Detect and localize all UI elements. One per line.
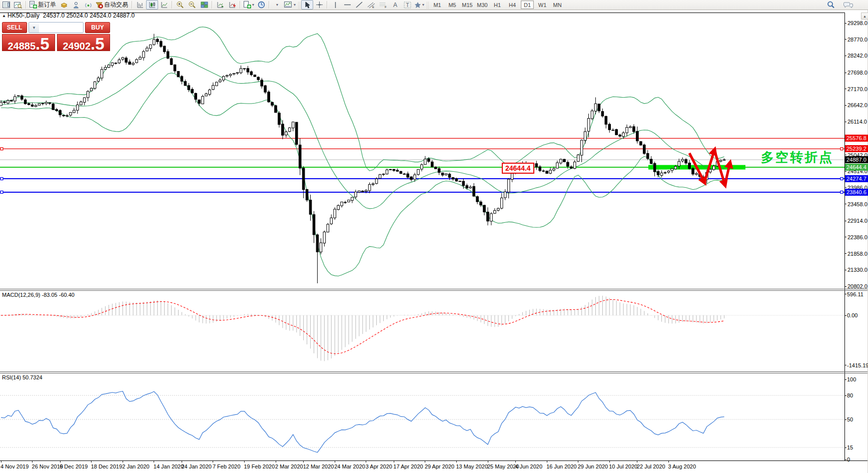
channel-tool[interactable]: E [365,0,377,10]
timeframe-m1[interactable]: M1 [431,1,444,9]
sell-price[interactable]: 24885.5 [2,34,55,51]
auto-trading-button[interactable]: 自动交易 [94,0,130,10]
template-dropdown[interactable]: ▾ [271,0,283,10]
timeframe-bar: M1M5M15M30H1H4D1W1MN [431,1,564,9]
date-label: 24 Mar 2020 [334,463,365,469]
price-tick-label: 27170.0 [847,86,867,92]
price-tick-label: 22914.0 [847,218,867,224]
date-label: 24 Jan 2020 [181,463,212,469]
timeframe-d1[interactable]: D1 [521,1,534,9]
svg-text:T: T [406,3,409,8]
date-label: 25 May 2020 [487,463,519,469]
price-tick-label: 26114.0 [847,119,867,125]
fibonacci-tool[interactable]: F [377,0,389,10]
price-tick-label: 21858.0 [847,251,867,257]
macd-histogram [1,296,724,361]
crosshair-icon[interactable] [313,0,325,10]
date-label: 19 Feb 2020 [244,463,275,469]
timeframe-h1[interactable]: H1 [491,1,504,9]
toolbar-separator [172,1,173,9]
candlestick-chart-icon[interactable] [146,0,158,10]
line-handle[interactable] [1,178,3,180]
search-icon[interactable] [825,0,837,10]
vertical-line-tool[interactable] [329,0,341,10]
date-label: 2 Jan 2020 [122,463,149,469]
timeframe-m5[interactable]: M5 [446,1,459,9]
new-order-button[interactable]: 新订单 [28,0,58,10]
svg-text:A: A [393,2,397,8]
toolbar-separator [269,1,270,9]
price-tick-label: 28770.0 [847,37,867,43]
scroll-up-button[interactable]: ▲ [861,13,868,20]
chat-icon[interactable] [842,0,854,10]
line-chart-icon[interactable] [158,0,170,10]
timeframe-m30[interactable]: M30 [476,1,489,9]
price-flag-25576.8: 25576.8 [845,135,868,142]
toolbar-separator [327,1,328,9]
date-label: 4 Jun 2020 [515,463,542,469]
price-annotation-box[interactable]: 24644.4 [502,163,534,174]
navigator-icon[interactable] [70,0,82,10]
bar-chart-icon[interactable] [134,0,146,10]
date-label: 6 Dec 2019 [60,463,88,469]
timeframe-w1[interactable]: W1 [536,1,549,9]
price-tick-label: 27698.0 [847,70,867,76]
date-label: 16 Jun 2020 [546,463,577,469]
price-flag-24887.0: 24887.0 [845,156,868,163]
volume-decrease-button[interactable]: ▼ [29,23,39,33]
timeframe-m15[interactable]: M15 [461,1,474,9]
line-handle[interactable] [840,178,843,180]
horizontal-line-tool[interactable] [341,0,353,10]
date-label: 14 Jan 2020 [154,463,184,469]
turning-point-note[interactable]: 多空转折点 [761,149,833,166]
buy-price-frac: .5 [91,36,105,52]
market-watch-icon[interactable] [58,0,70,10]
text-label-tool[interactable]: T [401,0,413,10]
rsi-axis-label: 100 [847,376,856,382]
cursor-icon[interactable] [301,0,313,10]
rsi-axis-label: 50 [847,416,853,422]
line-handle[interactable] [840,148,843,150]
chart-window-icon[interactable] [0,0,12,10]
indicator-window-icon[interactable] [214,0,226,10]
volume-input[interactable] [39,23,84,33]
zoom-out-icon[interactable] [186,0,198,10]
toolbar-grip [298,2,300,9]
add-chart-button[interactable]: ▾ [242,0,255,10]
timeframe-h4[interactable]: H4 [506,1,519,9]
clock-icon[interactable] [255,0,267,10]
date-label: 17 Apr 2020 [393,463,423,469]
text-tool[interactable]: A [389,0,401,10]
signals-icon[interactable] [82,0,94,10]
sell-price-frac: .5 [36,36,50,52]
collapse-panel-icon[interactable]: ▲ [2,14,6,18]
price-tick-label: 26642.0 [847,102,867,108]
indicator-add-icon[interactable] [226,0,238,10]
bollinger-lower [1,73,724,276]
sell-price-main: 24885 [8,39,36,54]
zoom-in-icon[interactable] [174,0,186,10]
buy-price[interactable]: 24902.5 [57,34,110,51]
line-handle[interactable] [840,191,843,193]
date-label: 18 Dec 2019 [91,463,122,469]
buy-button[interactable]: BUY [85,22,110,33]
chart-preview-icon[interactable] [12,0,24,10]
date-label: 2 Mar 2020 [275,463,303,469]
shapes-tool[interactable]: ▾ [413,0,425,10]
timeframe-mn[interactable]: MN [551,1,564,9]
toolbar-separator [26,1,27,9]
rsi-axis-label: 15 [847,444,853,450]
line-handle[interactable] [1,148,3,150]
tile-windows-icon[interactable] [198,0,210,10]
date-label: 22 Jul 2020 [637,463,665,469]
toolbar-grip [426,2,429,9]
chevron-down-icon: ▾ [294,3,296,7]
date-label: 3 Apr 2020 [366,463,392,469]
sell-button[interactable]: SELL [2,22,27,33]
profile-dropdown[interactable]: ▾ [283,0,297,10]
one-click-trading-panel: SELL ▼ ▲ BUY 24885.5 24902.5 [2,22,110,51]
trendline-tool[interactable] [353,0,365,10]
chart-ohlc: 24537.0 25024.0 24524.0 24887.0 [43,12,135,19]
chevron-down-icon: ▾ [422,3,424,7]
line-handle[interactable] [1,191,3,193]
